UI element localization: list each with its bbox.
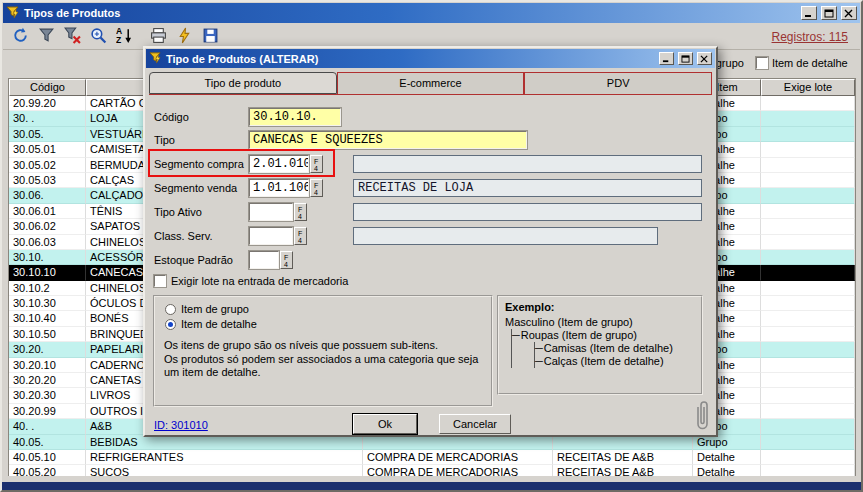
class-serv-label: Class. Serv.: [154, 230, 212, 242]
table-row[interactable]: 40.05.10REFRIGERANTESCOMPRA DE MERCADORI…: [9, 450, 855, 465]
cell-lote: [761, 219, 855, 234]
close-button[interactable]: [841, 6, 857, 20]
cell-code: 30.10.30: [9, 296, 86, 311]
cell-code: 30.06.03: [9, 235, 86, 250]
id-link[interactable]: ID: 301010: [154, 419, 208, 431]
class-serv-desc: [353, 227, 658, 245]
cell-lote: [761, 281, 855, 296]
cell-lote: [761, 235, 855, 250]
main-titlebar: Tipos de Produtos: [3, 3, 860, 23]
segmento-venda-label: Segmento venda: [154, 182, 237, 194]
cell-code: 30.10.50: [9, 327, 86, 342]
checkbox-icon: [154, 275, 166, 287]
print-button[interactable]: [146, 26, 170, 48]
cell-lote: [761, 388, 855, 403]
segmento-venda-input[interactable]: 1.01.106: [249, 179, 309, 197]
cell-lote: [761, 142, 855, 157]
save-icon: [202, 27, 219, 47]
maximize-button[interactable]: [821, 6, 837, 20]
filter-icon: [38, 27, 55, 47]
ok-button[interactable]: Ok: [353, 414, 417, 434]
radio-detalhe-label: Item de detalhe: [181, 318, 257, 330]
cell-code: 40.05.10: [9, 450, 86, 465]
exigir-lote-label: Exigir lote na entrada de mercadoria: [171, 275, 348, 287]
cell-code: 30.10.40: [9, 311, 86, 326]
tab-pdv[interactable]: PDV: [524, 72, 712, 94]
exigir-lote-checkbox[interactable]: Exigir lote na entrada de mercadoria: [154, 275, 348, 287]
item-type-info: Os itens de grupo são os níveis que poss…: [164, 339, 485, 380]
save-button[interactable]: [198, 26, 222, 48]
tipo-ativo-input[interactable]: [249, 203, 293, 221]
codigo-input[interactable]: 30.10.10.: [249, 108, 341, 126]
estoque-padrao-label: Estoque Padrão: [154, 254, 233, 266]
segmento-compra-lookup-button[interactable]: F4: [310, 155, 323, 173]
example-title: Exemplo:: [505, 301, 695, 313]
cell-lote: [761, 404, 855, 419]
tipo-input[interactable]: CANECAS E SQUEEZES: [249, 131, 527, 149]
search-icon: [90, 27, 107, 47]
estoque-padrao-input[interactable]: [249, 251, 279, 269]
radio-item-grupo[interactable]: Item de grupo: [165, 303, 485, 315]
segmento-compra-input[interactable]: 2.01.010: [249, 155, 309, 173]
sort-az-button[interactable]: AZ: [112, 26, 136, 48]
tipo-ativo-lookup-button[interactable]: F4: [294, 203, 307, 221]
tipo-label: Tipo: [154, 134, 175, 146]
segmento-compra-label: Segmento compra: [154, 158, 244, 170]
example-groupbox: Exemplo: Masculino (Item de grupo) Roupa…: [497, 295, 703, 395]
filter-button[interactable]: [34, 26, 58, 48]
cell-code: 30.20.30: [9, 388, 86, 403]
refresh-button[interactable]: [8, 26, 32, 48]
cancel-button[interactable]: Cancelar: [439, 414, 511, 434]
cell-lote: [761, 373, 855, 388]
tab-tipo-de-produto[interactable]: Tipo de produto: [149, 72, 337, 94]
cell-code: 30.05.03: [9, 173, 86, 188]
cell-code: 30.20.10: [9, 358, 86, 373]
item-type-groupbox: Item de grupo Item de detalhe Os itens d…: [153, 295, 493, 407]
radio-item-detalhe[interactable]: Item de detalhe: [165, 318, 485, 330]
cell-code: 30.05.: [9, 127, 86, 142]
dialog-maximize-button[interactable]: [678, 52, 693, 65]
cell-lote: [761, 188, 855, 203]
cell-code: 30.10.10: [9, 265, 86, 280]
svg-text:Z: Z: [116, 34, 121, 43]
cell-code: 40. .: [9, 419, 86, 434]
cell-code: 30. .: [9, 111, 86, 126]
cell-venda: RECEITAS DE A&B: [553, 450, 693, 465]
cell-lote: [761, 265, 855, 280]
search-button[interactable]: [86, 26, 110, 48]
segmento-venda-lookup-button[interactable]: F4: [310, 179, 323, 197]
dialog-titlebar: Tipo de Produtos (ALTERAR): [146, 49, 715, 68]
dialog-minimize-button[interactable]: [659, 52, 674, 65]
dialog-tipo-produtos: Tipo de Produtos (ALTERAR) Tipo de produ…: [143, 46, 718, 437]
header-codigo[interactable]: Código: [9, 79, 86, 96]
filter-detail-checkbox[interactable]: [756, 57, 768, 69]
tipo-ativo-desc: [353, 203, 702, 221]
dialog-close-button[interactable]: [697, 52, 712, 65]
radio-unchecked-icon: [165, 304, 176, 315]
dialog-app-icon: [149, 51, 162, 66]
cell-code: 30.05.01: [9, 142, 86, 157]
minimize-button[interactable]: [801, 6, 817, 20]
tab-ecommerce[interactable]: E-commerce: [337, 72, 525, 94]
class-serv-lookup-button[interactable]: F4: [294, 227, 307, 245]
estoque-padrao-lookup-button[interactable]: F4: [280, 251, 293, 269]
paperclip-icon[interactable]: [693, 398, 709, 436]
cell-lote: [761, 96, 855, 111]
segmento-venda-desc: RECEITAS DE LOJA: [353, 179, 702, 197]
cell-lote: [761, 358, 855, 373]
class-serv-input[interactable]: [249, 227, 293, 245]
window-title: Tipos de Produtos: [24, 7, 797, 19]
cell-compra: COMPRA DE MERCADORIAS: [363, 450, 553, 465]
filter-remove-button[interactable]: [60, 26, 84, 48]
header-exige-lote[interactable]: Exige lote: [761, 79, 855, 96]
cell-lote: [761, 435, 855, 450]
cell-lote: [761, 173, 855, 188]
cell-lote: [761, 342, 855, 357]
cell-code: 20.99.20: [9, 96, 86, 111]
sort-az-icon: AZ: [116, 27, 133, 47]
lightning-button[interactable]: [172, 26, 196, 48]
cell-lote: [761, 158, 855, 173]
registros-link[interactable]: Registros: 115: [772, 30, 848, 44]
radio-grupo-label: Item de grupo: [181, 303, 249, 315]
refresh-icon: [12, 27, 29, 47]
